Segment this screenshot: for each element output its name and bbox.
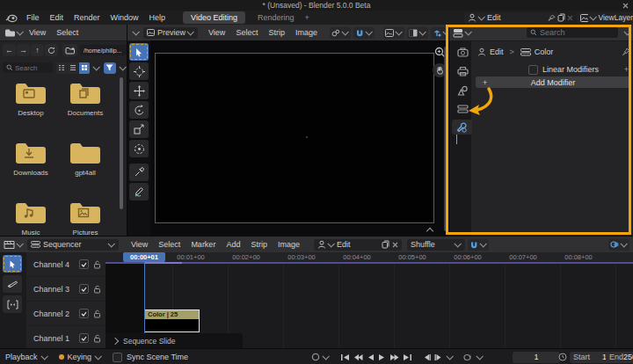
- prev-keyframe-button[interactable]: [352, 352, 365, 363]
- seq-menu-marker[interactable]: Marker: [186, 240, 221, 249]
- menu-window[interactable]: Window: [106, 13, 144, 22]
- extras-plus[interactable]: +: [624, 65, 629, 74]
- filter-toggle-button[interactable]: [104, 62, 116, 74]
- create-directory-button[interactable]: [62, 44, 77, 56]
- refresh-button[interactable]: [45, 44, 58, 56]
- sequencer-view-mode-select[interactable]: Sequencer: [27, 239, 119, 251]
- unlock-icon[interactable]: [93, 309, 101, 318]
- chevron-down-icon[interactable]: [477, 353, 484, 360]
- overlap-mode-select[interactable]: Shuffle: [407, 239, 465, 251]
- folder-item-desktop[interactable]: Desktop: [4, 79, 58, 117]
- preview-menu-image[interactable]: Image: [290, 28, 323, 37]
- unlock-icon[interactable]: [93, 260, 101, 269]
- rotate-tool-button[interactable]: [129, 101, 149, 119]
- start-frame-field[interactable]: Start 1: [570, 352, 610, 363]
- jump-to-start-button[interactable]: [338, 352, 352, 363]
- chevron-down-icon[interactable]: [16, 240, 23, 247]
- loop-toggle[interactable]: [461, 352, 474, 363]
- scale-tool-button[interactable]: [129, 120, 149, 138]
- preview-menu-strip[interactable]: Strip: [263, 28, 290, 37]
- preview-display-mode-select[interactable]: Preview: [143, 27, 198, 39]
- seq-menu-add[interactable]: Add: [221, 240, 245, 249]
- proxy-toggle[interactable]: [330, 27, 351, 39]
- transform-tool-button[interactable]: [129, 140, 149, 157]
- snapping-toggle[interactable]: [353, 27, 375, 39]
- seq-select-tool-button[interactable]: [3, 255, 22, 273]
- unlink-icon[interactable]: [392, 242, 398, 248]
- seq-menu-strip[interactable]: Strip: [245, 240, 273, 249]
- channel-visibility-checkbox[interactable]: [79, 259, 89, 269]
- playhead-frame-badge[interactable]: 00:00+01: [123, 252, 165, 262]
- tab-scene-properties[interactable]: [454, 84, 471, 96]
- cursor-tool-button[interactable]: [129, 62, 149, 80]
- collapse-region-icon[interactable]: [426, 228, 433, 235]
- folder-item-downloads[interactable]: Downloads: [4, 139, 58, 177]
- play-reverse-button[interactable]: [365, 352, 376, 363]
- folder-item-gpt4all[interactable]: gpt4all: [58, 139, 113, 177]
- back-button[interactable]: ←: [3, 44, 16, 56]
- properties-editor-icon[interactable]: [453, 28, 463, 38]
- display-horizontal-list-button[interactable]: [68, 62, 78, 74]
- display-vertical-list-button[interactable]: [56, 62, 67, 74]
- file-menu-view[interactable]: View: [24, 28, 51, 37]
- menu-render[interactable]: Render: [69, 13, 106, 22]
- display-thumbnail-button[interactable]: [79, 62, 90, 74]
- current-frame-field[interactable]: 1: [513, 352, 560, 363]
- view-layer-selector[interactable]: ViewLayer: [577, 12, 633, 24]
- seq-menu-view[interactable]: View: [126, 240, 153, 249]
- prev-frame-button[interactable]: [421, 352, 433, 363]
- preview-viewport[interactable]: [150, 40, 448, 236]
- chevron-down-icon[interactable]: [119, 63, 126, 70]
- auto-keying-toggle[interactable]: [311, 353, 330, 361]
- blade-tool-button[interactable]: [3, 275, 22, 293]
- seq-snapping-toggle[interactable]: [468, 239, 489, 251]
- preview-menu-select[interactable]: Select: [230, 28, 263, 37]
- folder-item-documents[interactable]: Documents: [58, 79, 113, 117]
- sequencer-scene-selector[interactable]: Edit: [314, 239, 402, 251]
- channel-visibility-checkbox[interactable]: [79, 284, 89, 294]
- expand-panel-icon[interactable]: [112, 338, 119, 345]
- seq-menu-image[interactable]: Image: [273, 240, 305, 249]
- tab-video-editing[interactable]: Video Editing: [183, 11, 245, 24]
- add-workspace-button[interactable]: +: [305, 13, 309, 22]
- menu-edit[interactable]: Edit: [45, 13, 69, 22]
- display-channels-toggle[interactable]: [383, 27, 404, 39]
- chevron-down-icon[interactable]: [623, 28, 630, 35]
- breadcrumb-strip[interactable]: Color: [535, 47, 554, 56]
- parent-dir-button[interactable]: ↑: [31, 44, 44, 56]
- timeline-ruler[interactable]: 00:01+00 00:02+00 00:03+00 00:04+00 00:0…: [106, 252, 633, 262]
- end-frame-field[interactable]: End 250: [606, 352, 633, 363]
- jump-to-end-button[interactable]: [401, 352, 414, 363]
- next-keyframe-button[interactable]: [388, 352, 401, 363]
- tab-modifier-properties-active[interactable]: [452, 120, 472, 135]
- folder-item-pictures[interactable]: Pictures: [58, 199, 113, 237]
- sync-scene-time-toggle[interactable]: Sync Scene Time: [113, 353, 188, 362]
- breadcrumb-scene[interactable]: Edit: [490, 47, 504, 56]
- unlock-icon[interactable]: [93, 334, 101, 343]
- chevron-down-icon[interactable]: [16, 28, 23, 35]
- sample-tool-button[interactable]: [129, 164, 149, 181]
- file-browser-editor-icon[interactable]: [4, 28, 15, 37]
- chevron-down-icon[interactable]: [92, 63, 99, 70]
- pin-icon[interactable]: [548, 14, 556, 22]
- unlock-icon[interactable]: [93, 285, 101, 294]
- channel-visibility-checkbox[interactable]: [79, 309, 89, 318]
- preview-menu-view[interactable]: View: [203, 28, 230, 37]
- display-shading-toggle[interactable]: [407, 27, 428, 39]
- retiming-tool-button[interactable]: [3, 295, 22, 313]
- tab-render-properties[interactable]: [454, 46, 471, 57]
- seq-overlays-toggle[interactable]: [608, 239, 629, 251]
- chevron-down-icon[interactable]: [132, 28, 139, 35]
- more-tabs-chevron-icon[interactable]: [456, 135, 457, 144]
- seq-menu-select[interactable]: Select: [153, 240, 186, 249]
- move-tool-button[interactable]: [129, 82, 149, 99]
- tab-rendering[interactable]: Rendering: [254, 11, 298, 24]
- color-strip[interactable]: Color | 25: [144, 309, 200, 332]
- linear-modifiers-checkbox[interactable]: [528, 65, 538, 75]
- keying-menu[interactable]: Keying: [59, 353, 103, 361]
- blender-logo-icon[interactable]: [5, 13, 18, 23]
- file-browser-scrollbar[interactable]: [120, 77, 123, 209]
- close-window-icon[interactable]: [622, 3, 629, 9]
- forward-button[interactable]: →: [17, 44, 30, 56]
- properties-search-input[interactable]: Search: [527, 27, 618, 38]
